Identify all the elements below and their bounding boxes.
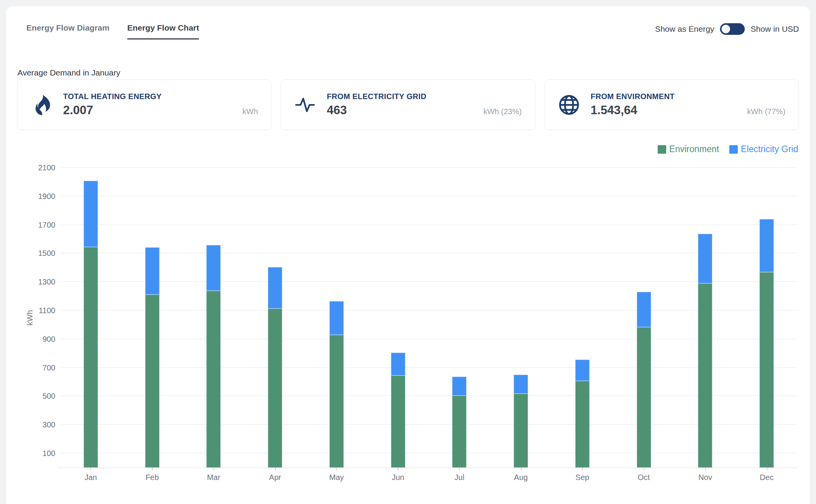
gridline [60,310,797,310]
x-label-may: May [329,473,344,482]
bar-segment-electricity-grid [145,247,159,295]
y-tick-label: 1700 [38,220,56,229]
activity-icon [294,94,316,116]
stat-card-row: TOTAL HEATING ENERGY 2.007 kWh FROM ELEC… [17,79,799,130]
x-tick [152,468,153,470]
bar-group-aug[interactable] [514,375,528,468]
bar-segment-environment [759,272,774,468]
bar-segment-electricity-grid [759,219,774,272]
main-panel: Energy Flow Diagram Energy Flow Chart Sh… [6,6,810,504]
bar-segment-environment [637,327,651,468]
bar-group-nov[interactable] [698,234,712,468]
gridline [60,167,797,168]
y-tick-label: 1100 [39,306,55,315]
y-tick-label: 100 [43,449,55,458]
bar-segment-environment [575,381,590,468]
x-tick [582,468,583,470]
tab-energy-flow-diagram[interactable]: Energy Flow Diagram [26,23,110,39]
section-title: Average Demand in January [17,68,120,77]
legend-item-environment[interactable]: Environment [658,144,719,154]
bar-segment-electricity-grid [84,181,98,247]
x-tick [214,468,214,470]
bar-segment-electricity-grid [514,375,528,394]
bar-segment-environment [391,375,405,468]
toggle-knob [722,25,730,33]
bar-group-feb[interactable] [145,247,159,468]
gridline [60,396,797,396]
stat-card-unit: kWh (77%) [747,107,785,116]
x-label-sep: Sep [576,473,590,482]
bar-group-oct[interactable] [637,292,651,468]
y-tick-label: 700 [43,363,55,372]
x-tick [275,468,276,470]
x-tick [459,468,460,470]
bar-segment-environment [268,309,282,468]
bar-group-jul[interactable] [452,377,466,468]
gridline [60,196,797,196]
bar-segment-electricity-grid [698,234,712,283]
bar-group-jun[interactable] [391,353,405,468]
bar-segment-environment [329,335,344,468]
bar-segment-electricity-grid [452,377,466,396]
legend-item-electricity-grid[interactable]: Electricity Grid [729,144,798,154]
tab-energy-flow-chart[interactable]: Energy Flow Chart [127,23,199,39]
x-tick [705,468,706,470]
stat-card-unit: kWh (23%) [483,107,522,116]
gridline [60,367,797,368]
y-tick-label: 1300 [38,278,56,286]
bar-segment-environment [206,291,221,468]
bar-segment-environment [452,396,466,468]
stat-card-title: TOTAL HEATING ENERGY [63,92,258,101]
y-tick-label: 900 [43,334,55,343]
bar-segment-environment [514,394,528,468]
stat-card-electricity-grid: FROM ELECTRICITY GRID 463 kWh (23%) [281,79,535,130]
x-axis-line [58,468,797,468]
bar-group-may[interactable] [329,301,344,468]
x-tick [644,468,644,470]
flame-icon [31,94,52,116]
x-label-feb: Feb [146,473,159,482]
gridline [60,281,797,282]
bar-group-mar[interactable] [206,245,221,468]
bar-segment-electricity-grid [206,245,221,291]
gridline [60,253,797,253]
legend-label-environment: Environment [669,144,719,154]
x-label-apr: Apr [269,473,281,482]
bar-segment-electricity-grid [329,301,344,335]
bar-segment-environment [698,283,712,468]
x-label-dec: Dec [760,473,774,482]
x-tick [521,468,521,470]
x-tick [91,468,91,470]
toggle-label-usd: Show in USD [751,24,799,34]
stat-card-environment: FROM ENVIRONMENT 1.543,64 kWh (77%) [545,79,799,130]
stat-card-total-heating: TOTAL HEATING ENERGY 2.007 kWh [17,79,271,130]
bar-segment-electricity-grid [391,353,405,375]
bar-group-dec[interactable] [759,219,774,468]
bar-segment-environment [145,295,159,468]
toggle-label-energy: Show as Energy [655,24,714,34]
chart-legend: Environment Electricity Grid [658,144,798,154]
bar-segment-electricity-grid [268,267,282,309]
gridline [60,424,797,425]
gridline [60,339,797,339]
bar-segment-electricity-grid [575,360,590,381]
x-label-aug: Aug [514,473,528,482]
x-label-nov: Nov [698,473,712,482]
stat-card-unit: kWh [242,107,258,116]
x-tick [767,468,767,470]
stat-card-value: 1.543,64 [591,103,638,117]
x-label-mar: Mar [207,473,220,482]
energy-usd-toggle[interactable] [720,23,745,35]
gridline [60,225,797,225]
y-tick-label: 2100 [38,163,56,172]
unit-toggle-group: Show as Energy Show in USD [655,23,799,35]
y-tick-label: 1500 [38,249,56,258]
x-label-jun: Jun [392,473,404,482]
stat-card-title: FROM ELECTRICITY GRID [327,92,521,101]
stacked-bar-chart: kWh 100300500700900110013001500170019002… [60,168,797,468]
stat-card-value: 463 [327,103,347,117]
bar-group-jan[interactable] [84,181,98,468]
bar-group-apr[interactable] [268,267,282,468]
bar-group-sep[interactable] [575,360,590,468]
x-label-jan: Jan [84,473,97,482]
